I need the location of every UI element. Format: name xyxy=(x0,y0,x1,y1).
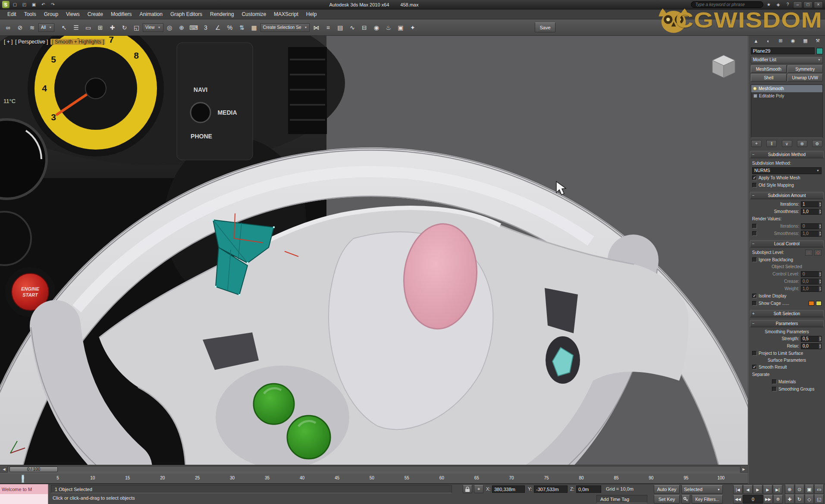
modifier-set-button[interactable]: Shell xyxy=(751,74,787,81)
remove-modifier-icon[interactable]: ⊗ xyxy=(797,140,807,147)
menu-item[interactable]: Graph Editors xyxy=(166,9,206,19)
select-and-scale-icon[interactable]: ◱ xyxy=(131,22,142,33)
x-coordinate-field[interactable]: 380,338m xyxy=(492,485,525,493)
modifier-stack-item-meshsmooth[interactable]: MeshSmooth xyxy=(751,85,822,92)
max-logo-icon[interactable]: S xyxy=(2,1,9,8)
pin-stack-icon[interactable]: ⌖ xyxy=(751,140,762,147)
pan-icon[interactable]: ✚ xyxy=(785,495,794,504)
window-crossing-icon[interactable]: ⊞ xyxy=(94,22,106,33)
named-selection-set-dropdown[interactable]: Create Selection Se▼ xyxy=(260,23,310,32)
z-coordinate-field[interactable]: 0,0m xyxy=(576,485,601,493)
current-frame-field[interactable]: 0 xyxy=(743,495,763,504)
viewport-canvas[interactable]: NAVI MEDIA PHONE 11°C 3 4 5 xyxy=(0,36,748,465)
align-icon[interactable]: ≡ xyxy=(322,22,334,33)
next-frame-arrow[interactable]: ▶ xyxy=(740,467,747,471)
apply-whole-mesh-checkbox[interactable]: ✓ xyxy=(752,175,757,180)
material-editor-icon[interactable]: ◉ xyxy=(370,22,382,33)
hierarchy-tab-icon[interactable]: ⊞ xyxy=(775,37,787,45)
unlink-selection-icon[interactable]: ⊘ xyxy=(14,22,26,33)
viewport-view-chip[interactable]: [ Perspective ] xyxy=(15,39,48,45)
maxscript-mini-listener-row2[interactable] xyxy=(0,494,48,504)
menu-item[interactable]: Tools xyxy=(20,9,40,19)
modifier-stack-item-editable-poly[interactable]: Editable Poly xyxy=(751,92,822,100)
open-file-icon[interactable]: ◰ xyxy=(20,1,28,8)
curve-editor-icon[interactable]: ∿ xyxy=(346,22,358,33)
next-frame-button[interactable]: ▶ xyxy=(763,485,772,494)
menu-item[interactable]: Rendering xyxy=(206,9,238,19)
object-name-field[interactable]: Plane29 xyxy=(751,47,815,54)
y-coordinate-field[interactable]: -307,533m xyxy=(534,485,568,493)
add-time-tag-field[interactable]: Add Time Tag xyxy=(596,495,647,503)
rendered-frame-icon[interactable]: ▣ xyxy=(395,22,406,33)
rollout-header[interactable]: +Soft Selection xyxy=(750,310,824,317)
weight-spinner[interactable]: 1,0 ▴▾ xyxy=(801,286,822,292)
edge-subobject-icon[interactable]: ◇ xyxy=(814,250,822,256)
orbit-icon[interactable]: ↻ xyxy=(795,495,804,504)
smoothing-groups-checkbox[interactable] xyxy=(772,387,777,391)
select-and-link-icon[interactable]: ∞ xyxy=(2,22,14,33)
menu-item[interactable]: Help xyxy=(302,9,321,19)
auto-key-button[interactable]: Auto Key xyxy=(654,485,680,494)
smooth-result-checkbox[interactable]: ✓ xyxy=(752,365,757,369)
next-key-button[interactable]: ▶▶ xyxy=(763,495,773,504)
selection-set-key-dropdown[interactable]: Selected ▼ xyxy=(681,485,723,494)
previous-frame-button[interactable]: ◀ xyxy=(743,485,753,494)
mirror-icon[interactable]: ⋈ xyxy=(310,22,322,33)
configure-modifier-sets-icon[interactable]: ⚙ xyxy=(812,140,822,147)
old-style-mapping-checkbox[interactable] xyxy=(752,183,757,188)
communication-center-icon[interactable]: ◈ xyxy=(774,1,782,8)
modifier-set-button[interactable]: Unwrap UVW xyxy=(787,74,823,81)
set-key-button[interactable]: Set Key xyxy=(654,495,680,504)
rollout-header[interactable]: −Subdivision Method xyxy=(750,151,824,158)
strength-spinner[interactable]: 0,5 ▴▾ xyxy=(801,336,822,342)
time-slider-track[interactable]: 0 / 100 xyxy=(7,466,740,473)
selection-filter-dropdown[interactable]: All▼ xyxy=(38,23,54,32)
previous-frame-arrow[interactable]: ◀ xyxy=(1,467,7,471)
quick-render-icon[interactable]: ✦ xyxy=(407,22,418,33)
select-and-rotate-icon[interactable]: ↻ xyxy=(119,22,130,33)
go-to-end-button[interactable]: ▶| xyxy=(773,485,782,494)
iterations-spinner[interactable]: 1 ▴▾ xyxy=(801,201,822,207)
menu-item[interactable]: Group xyxy=(40,9,62,19)
track-bar[interactable]: 0510152025303540455055606570758085909510… xyxy=(0,473,748,484)
undo-icon[interactable]: ↶ xyxy=(39,1,47,8)
visibility-bulb-icon[interactable] xyxy=(753,87,757,91)
selection-lock-button[interactable] xyxy=(463,485,472,493)
menu-item[interactable]: Views xyxy=(62,9,84,19)
menu-item[interactable]: Animation xyxy=(136,9,166,19)
time-slider-handle[interactable]: 0 / 100 xyxy=(9,466,58,472)
angle-snap-icon[interactable]: ∠ xyxy=(212,22,224,33)
maximize-button[interactable]: □ xyxy=(803,1,812,8)
schematic-view-icon[interactable]: ⊟ xyxy=(358,22,370,33)
project-limit-checkbox[interactable] xyxy=(752,351,757,356)
layer-manager-icon[interactable]: ▤ xyxy=(334,22,346,33)
menu-item[interactable]: MAXScript xyxy=(270,9,302,19)
select-and-manipulate-icon[interactable]: ⊕ xyxy=(176,22,188,33)
menu-item[interactable]: Modifiers xyxy=(107,9,136,19)
cage-selected-color-swatch[interactable] xyxy=(816,301,822,306)
rollout-header[interactable]: −Local Control xyxy=(750,240,824,247)
save-file-icon[interactable]: ▣ xyxy=(30,1,38,8)
maximize-viewport-icon[interactable]: ◱ xyxy=(814,495,824,504)
smoothness-spinner[interactable]: 1,0 ▴▾ xyxy=(801,209,822,215)
go-to-start-button[interactable]: |◀ xyxy=(733,485,743,494)
render-smoothness-spinner[interactable]: 1,0 ▴▾ xyxy=(801,231,822,237)
render-smoothness-checkbox[interactable] xyxy=(752,231,757,236)
keyboard-override-icon[interactable]: ⌨ xyxy=(188,22,200,33)
render-iterations-spinner[interactable]: 0 ▴▾ xyxy=(801,223,822,229)
rollout-header[interactable]: −Parameters xyxy=(750,320,824,327)
utilities-tab-icon[interactable]: ⚒ xyxy=(812,37,824,45)
show-end-result-icon[interactable]: ‖ xyxy=(766,140,777,147)
zoom-region-icon[interactable]: ▭ xyxy=(814,485,824,494)
make-unique-icon[interactable]: ∨ xyxy=(782,140,792,147)
select-by-name-icon[interactable]: ☰ xyxy=(70,22,82,33)
control-level-spinner[interactable]: 0 ▴▾ xyxy=(801,271,822,277)
zoom-icon[interactable]: ⊕ xyxy=(785,485,794,494)
modifier-set-button[interactable]: Symmetry xyxy=(787,65,823,73)
isoline-display-checkbox[interactable]: ✓ xyxy=(752,294,757,298)
cage-color-swatch[interactable] xyxy=(809,301,814,306)
bind-to-space-warp-icon[interactable]: ≋ xyxy=(26,22,38,33)
menu-item[interactable]: Edit xyxy=(3,9,20,19)
modify-tab-icon[interactable]: ◐ xyxy=(762,37,775,45)
viewport-label[interactable]: [ + ] [ Perspective ] [ Smooth + Highlig… xyxy=(4,39,105,45)
